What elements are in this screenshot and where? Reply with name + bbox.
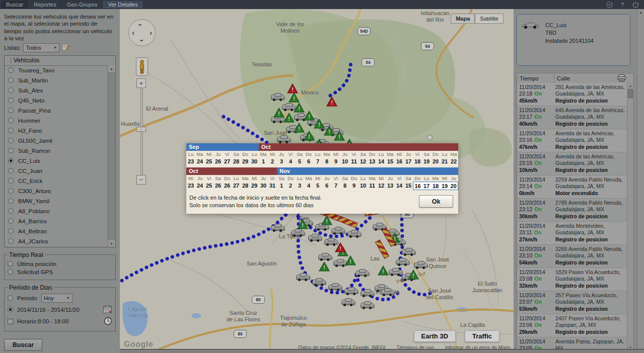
tree-alert-marker[interactable]: !: [319, 261, 330, 272]
calendar-date[interactable]: 19: [440, 182, 449, 190]
calendar-date[interactable]: 25: [204, 157, 213, 166]
vehicle-radio[interactable]: [8, 178, 14, 184]
calendar-date[interactable]: 7: [313, 157, 322, 166]
vehicle-marker[interactable]: [296, 275, 310, 280]
calendar-date[interactable]: 3: [277, 157, 286, 166]
calendar-date[interactable]: 13: [386, 182, 395, 190]
vehicle-item[interactable]: GL500_Jamil: [5, 136, 108, 146]
vehicle-radio[interactable]: [8, 158, 14, 163]
calendar-date[interactable]: 27: [232, 182, 241, 190]
calendar-date[interactable]: 12: [359, 157, 368, 166]
tree-alert-marker[interactable]: !: [297, 219, 308, 229]
tab-geo-grupos[interactable]: Geo-Grupos: [62, 1, 102, 8]
panel-scrollbar[interactable]: ▲ ▼: [637, 9, 644, 353]
vehicle-radio[interactable]: [8, 168, 14, 173]
vehicle-marker[interactable]: [331, 228, 345, 234]
tree-alert-marker[interactable]: !: [304, 111, 315, 121]
table-row[interactable]: 11/20/201423:18On45km/h291 Avenida de la…: [517, 83, 627, 106]
selected-vehicle-card[interactable]: CC_Luis TBD Instalado 20141104: [517, 14, 630, 66]
calendar-date[interactable]: 16: [395, 157, 404, 166]
scroll-up-icon[interactable]: ▲: [108, 65, 115, 72]
vehicle-item[interactable]: Sub_Martin: [5, 75, 108, 85]
vehicle-item[interactable]: Passat_Pina: [5, 106, 108, 116]
calendar-date[interactable]: 15: [386, 157, 395, 166]
calendar-date[interactable]: 8: [340, 182, 349, 190]
vehicle-item[interactable]: Hummer: [5, 116, 108, 126]
calendar-date[interactable]: 29: [250, 182, 259, 190]
vehicle-marker[interactable]: [361, 291, 375, 296]
col-header-tiempo[interactable]: Tiempo: [517, 73, 554, 83]
calendar-date[interactable]: 30: [250, 157, 259, 166]
vehicle-item[interactable]: BMW_Yamil: [5, 196, 108, 206]
vehicle-marker[interactable]: [396, 259, 410, 265]
tree-alert-marker[interactable]: !: [273, 108, 284, 118]
calendar-date[interactable]: 5: [313, 182, 322, 190]
checkbox[interactable]: [8, 319, 13, 324]
tab-reportes[interactable]: Reportes: [29, 1, 61, 8]
tree-alert-marker[interactable]: !: [324, 126, 335, 136]
vehicle-marker[interactable]: [291, 230, 305, 236]
calendar-date[interactable]: 6: [322, 182, 331, 190]
vehicle-marker[interactable]: [414, 262, 428, 268]
calendar-date[interactable]: 23: [186, 157, 195, 166]
vehicle-item[interactable]: Sub_Ramon: [5, 146, 108, 156]
vehicle-radio[interactable]: [8, 218, 14, 224]
calendar-date[interactable]: 12: [377, 182, 386, 190]
vehicle-radio[interactable]: [8, 77, 14, 83]
speed-alert-marker[interactable]: [338, 216, 357, 228]
vehicle-list-scrollbar[interactable]: ▲ ▼: [107, 65, 115, 247]
col-header-calle[interactable]: Calle: [557, 75, 570, 81]
vehicle-item[interactable]: Touareg_Tavo: [5, 65, 108, 75]
vehicle-marker[interactable]: [318, 254, 332, 260]
vehicle-radio[interactable]: [8, 98, 14, 103]
calendar-date[interactable]: 14: [377, 157, 386, 166]
calendar-date[interactable]: 18: [431, 182, 440, 190]
tab-buscar[interactable]: Buscar: [2, 1, 28, 8]
pan-down-icon[interactable]: ‹: [137, 39, 145, 42]
vehicle-item[interactable]: CC_Luis: [5, 156, 108, 166]
calendar-date[interactable]: 5: [295, 157, 304, 166]
calendar-date[interactable]: 2: [268, 157, 277, 166]
vehicle-marker[interactable]: [344, 289, 359, 294]
vehicle-item[interactable]: H3_Fano: [5, 126, 108, 136]
vehicle-radio[interactable]: [8, 67, 14, 73]
table-row[interactable]: 11/20/201423:12On30km/h2785 Avenida Pabl…: [517, 199, 627, 222]
pan-left-icon[interactable]: ‹: [132, 29, 134, 36]
calendar-date[interactable]: 30: [259, 182, 268, 190]
scroll-up-icon[interactable]: ▲: [637, 9, 644, 15]
calendar-date[interactable]: 26: [223, 182, 232, 190]
calendar-date[interactable]: 25: [204, 182, 213, 190]
vehicle-item[interactable]: A4_Beltran: [5, 226, 108, 236]
speed-alert-marker[interactable]: [375, 239, 390, 258]
ultima-posicion-option[interactable]: Última posición: [8, 261, 112, 267]
tree-alert-marker[interactable]: !: [294, 123, 305, 133]
calendar-date[interactable]: 26: [213, 182, 223, 190]
vehicle-marker[interactable]: [271, 95, 285, 100]
vehicle-marker[interactable]: [347, 231, 362, 237]
calendar-date[interactable]: 4: [286, 157, 295, 166]
power-icon[interactable]: [632, 1, 639, 8]
vehicle-marker[interactable]: [389, 270, 403, 275]
scrollbar-thumb[interactable]: [108, 72, 115, 239]
vehicle-radio[interactable]: [8, 238, 14, 244]
table-row[interactable]: 11/20/201423:17On40km/h645 Avenida de la…: [517, 106, 627, 129]
vehicle-item[interactable]: C300_Arturo: [5, 186, 108, 196]
tree-alert-marker[interactable]: !: [283, 113, 295, 123]
calendar-date[interactable]: 26: [213, 157, 223, 166]
buscar-button[interactable]: Buscar: [4, 339, 42, 351]
calendar-date[interactable]: 9: [349, 182, 359, 190]
calendar-date[interactable]: 19: [422, 157, 431, 166]
table-row[interactable]: 11/20/201423:14On0km/h2259 Avenida Pablo…: [517, 175, 627, 199]
calendar-date[interactable]: 9: [331, 157, 340, 166]
zoom-out-button[interactable]: −: [136, 175, 146, 185]
radio-button[interactable]: [8, 269, 13, 275]
pan-up-icon[interactable]: ‹: [137, 24, 145, 26]
vehicle-marker[interactable]: [361, 303, 375, 308]
vehicle-marker[interactable]: [355, 271, 370, 276]
calendar-date[interactable]: 7: [331, 182, 340, 190]
calendar-date[interactable]: 16: [413, 182, 422, 190]
vehicle-radio[interactable]: [8, 108, 14, 113]
calendar-date[interactable]: 28: [241, 182, 250, 190]
vehicle-item[interactable]: A8_Poblano: [5, 206, 108, 216]
map-type-satelite-button[interactable]: Satélite: [475, 14, 504, 24]
